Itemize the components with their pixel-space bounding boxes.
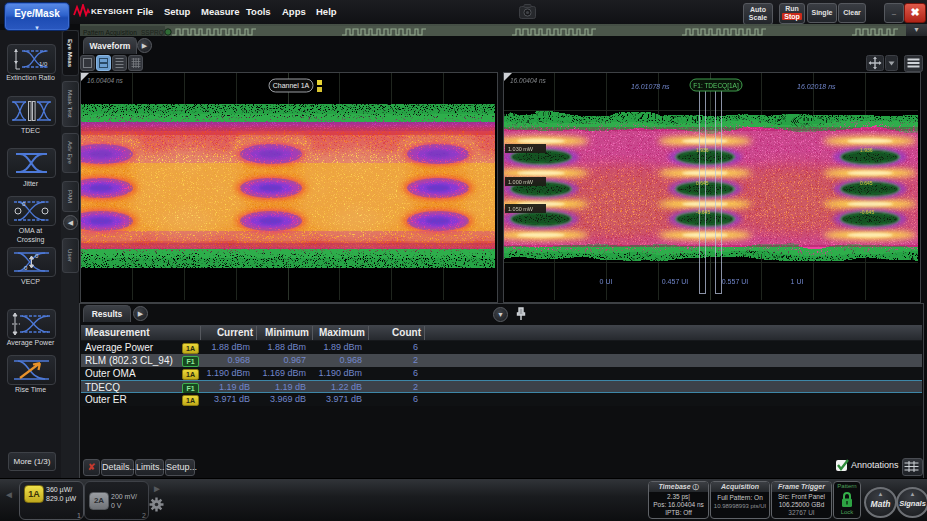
- svg-text:1/0: 1/0: [39, 61, 48, 67]
- svg-text:16.02018 ns: 16.02018 ns: [797, 83, 836, 90]
- svg-text:1.936: 1.936: [860, 147, 873, 153]
- svg-text:1 UI: 1 UI: [791, 278, 804, 285]
- svg-text:0.645: 0.645: [696, 180, 709, 186]
- svg-text:0.457 UI: 0.457 UI: [662, 278, 689, 285]
- svg-text:1.000 mW: 1.000 mW: [508, 179, 534, 185]
- svg-text:-0.645: -0.645: [860, 209, 874, 215]
- svg-text:F1: TDECQ[1A]: F1: TDECQ[1A]: [693, 82, 739, 90]
- svg-text:1.050 mW: 1.050 mW: [508, 206, 534, 212]
- svg-text:-0.645: -0.645: [696, 209, 710, 215]
- svg-text:1.936: 1.936: [696, 147, 709, 153]
- svg-text:0.645: 0.645: [860, 180, 873, 186]
- svg-text:16.00404 ns: 16.00404 ns: [87, 77, 124, 84]
- svg-text:0: 0: [24, 265, 28, 271]
- svg-text:1.030 mW: 1.030 mW: [508, 146, 534, 152]
- svg-text:Channel 1A: Channel 1A: [273, 82, 310, 89]
- svg-text:16.00404 ns: 16.00404 ns: [510, 77, 547, 84]
- svg-text:16.01078 ns: 16.01078 ns: [631, 83, 670, 90]
- svg-text:0 UI: 0 UI: [600, 278, 613, 285]
- svg-text:0.557 UI: 0.557 UI: [722, 278, 749, 285]
